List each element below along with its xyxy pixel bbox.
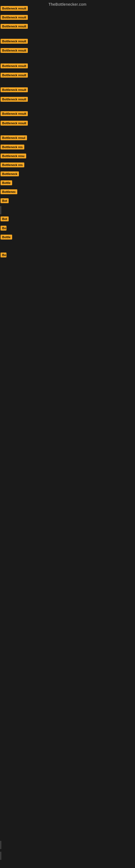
bottleneck-badge: Bottleneck resul: [1, 135, 27, 140]
bottleneck-badge: Bottleneck resu: [1, 154, 26, 158]
vertical-line: [1, 206, 1, 214]
bottleneck-badge: Bottleneck result: [1, 97, 28, 102]
vertical-line: [1, 852, 1, 860]
bottleneck-badge: Bo: [1, 226, 6, 230]
bottleneck-badge: Bot: [1, 216, 9, 221]
bottleneck-badge: Bo: [1, 252, 6, 257]
bottleneck-badge: Bottleneck result: [1, 48, 28, 53]
bottleneck-badge: Bot: [1, 198, 9, 203]
bottleneck-badge: Bottleneck res: [1, 145, 24, 150]
bottleneck-badge: Bottlenec: [1, 189, 17, 194]
bottleneck-badge: Bottleneck: [1, 172, 19, 176]
bottleneck-badge: Bottleneck result: [1, 73, 28, 78]
bottleneck-badge: Bottleneck result: [1, 6, 28, 11]
bottleneck-badge: Bottleneck result: [1, 87, 28, 92]
vertical-line: [1, 841, 1, 849]
bottleneck-badge: Bottle: [1, 235, 12, 240]
bottleneck-badge: Bottleneck result: [1, 15, 28, 20]
bottleneck-badge: Bottleneck result: [1, 121, 28, 126]
bottleneck-badge: Bottleneck res: [1, 162, 24, 167]
bottleneck-badge: Bottleneck result: [1, 39, 28, 44]
bottleneck-badge: Bottleneck result: [1, 63, 28, 68]
bottleneck-badge: Bottle: [1, 180, 12, 185]
bottleneck-badge: Bottleneck result: [1, 111, 28, 116]
bottleneck-badge: Bottleneck result: [1, 24, 28, 29]
